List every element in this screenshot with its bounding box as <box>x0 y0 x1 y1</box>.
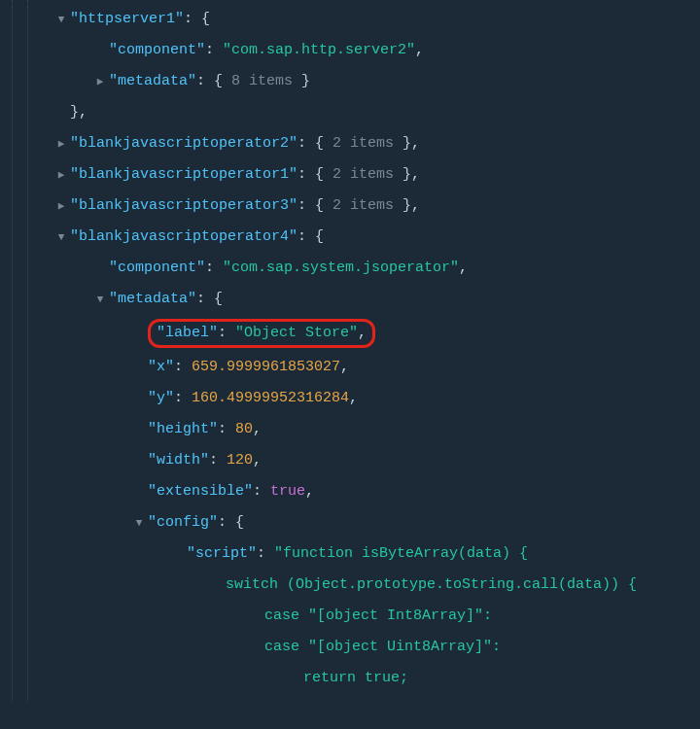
json-punctuation: , <box>358 325 367 341</box>
json-row: }, <box>8 97 700 128</box>
json-row: case "[object Int8Array]": <box>8 601 700 632</box>
json-key: "width" <box>148 452 209 469</box>
json-punctuation: , <box>305 483 314 500</box>
row-content: case "[object Int8Array]": <box>264 608 492 624</box>
json-key: "component" <box>109 42 205 58</box>
json-punctuation: : { <box>196 291 223 307</box>
json-punctuation: , <box>340 359 349 375</box>
json-punctuation: : { <box>298 197 332 214</box>
json-row: "extensible": true, <box>8 476 700 507</box>
json-string-value: "com.sap.http.server2" <box>223 42 415 58</box>
row-content: "width": 120, <box>148 452 262 469</box>
expand-icon[interactable] <box>93 74 107 91</box>
json-row: "height": 80, <box>8 414 700 445</box>
json-punctuation: : <box>205 260 223 276</box>
json-row: "x": 659.9999961853027, <box>8 352 700 383</box>
row-content: }, <box>70 104 88 121</box>
json-row: return true; <box>8 663 700 694</box>
json-string-value: switch (Object.prototype.toString.call(d… <box>226 576 637 593</box>
json-row: "metadata": { 8 items } <box>8 66 700 97</box>
json-punctuation: : { <box>298 228 324 245</box>
json-punctuation: : <box>253 483 270 500</box>
json-string-value: "Object Store" <box>235 325 358 341</box>
json-punctuation: , <box>253 452 262 469</box>
row-content: "extensible": true, <box>148 483 314 500</box>
json-tree-viewer: "httpserver1": {"component": "com.sap.ht… <box>0 0 700 702</box>
json-row: "label": "Object Store", <box>8 315 700 352</box>
json-string-value: case "[object Int8Array]": <box>264 608 492 624</box>
json-punctuation: }, <box>394 197 420 214</box>
json-number-value: 659.9999961853027 <box>192 359 340 375</box>
row-content: "height": 80, <box>148 421 262 437</box>
json-row: "metadata": { <box>8 284 700 315</box>
json-punctuation: }, <box>394 166 420 183</box>
json-punctuation: }, <box>394 135 420 152</box>
json-collapsed-summary: 2 items <box>332 135 394 152</box>
json-punctuation: : { <box>298 166 332 183</box>
json-row: "config": { <box>8 507 700 538</box>
expand-icon[interactable] <box>54 136 68 154</box>
json-key: "config" <box>148 514 218 531</box>
json-number-value: 120 <box>227 452 253 469</box>
json-string-value: return true; <box>303 670 408 686</box>
json-key: "blankjavascriptoperator3" <box>70 197 298 214</box>
row-content: "x": 659.9999961853027, <box>148 359 349 375</box>
json-punctuation: , <box>253 421 262 437</box>
json-punctuation: , <box>459 260 468 276</box>
json-row: "blankjavascriptoperator1": { 2 items }, <box>8 159 700 191</box>
json-punctuation: : <box>174 359 192 375</box>
json-punctuation: , <box>415 42 424 58</box>
json-punctuation: : <box>218 421 235 437</box>
json-punctuation: , <box>349 390 358 406</box>
json-row: case "[object Uint8Array]": <box>8 632 700 663</box>
json-row: "blankjavascriptoperator3": { 2 items }, <box>8 191 700 222</box>
json-punctuation: : { <box>298 135 332 152</box>
json-collapsed-summary: 2 items <box>332 166 394 183</box>
json-punctuation: : <box>174 390 192 406</box>
json-row: "httpserver1": { <box>8 4 700 35</box>
row-content: "httpserver1": { <box>70 11 210 27</box>
json-key: "y" <box>148 390 174 406</box>
json-key: "blankjavascriptoperator2" <box>70 135 298 152</box>
json-key: "extensible" <box>148 483 253 500</box>
json-row: "blankjavascriptoperator4": { <box>8 222 700 253</box>
row-content: "blankjavascriptoperator3": { 2 items }, <box>70 197 420 214</box>
json-punctuation: : <box>209 452 227 469</box>
json-number-value: 80 <box>235 421 253 437</box>
row-content: "y": 160.49999952316284, <box>148 390 358 406</box>
expand-icon[interactable] <box>54 167 68 185</box>
json-string-value: "function isByteArray(data) { <box>274 545 528 562</box>
json-string-value: "com.sap.system.jsoperator" <box>223 260 459 276</box>
json-punctuation: : <box>218 325 235 341</box>
collapse-icon[interactable] <box>132 515 146 533</box>
json-row: switch (Object.prototype.toString.call(d… <box>8 570 700 601</box>
json-punctuation: : { <box>196 73 231 89</box>
json-key: "x" <box>148 359 174 375</box>
collapse-icon[interactable] <box>54 229 68 247</box>
row-content: return true; <box>303 670 408 686</box>
json-row: "component": "com.sap.system.jsoperator"… <box>8 253 700 284</box>
row-content: "metadata": { 8 items } <box>109 73 310 89</box>
row-content: "blankjavascriptoperator4": { <box>70 228 324 245</box>
json-row: "y": 160.49999952316284, <box>8 383 700 414</box>
json-key: "metadata" <box>109 73 196 89</box>
json-punctuation: : <box>257 545 274 562</box>
collapse-icon[interactable] <box>93 292 107 309</box>
expand-icon[interactable] <box>54 198 68 216</box>
collapse-icon[interactable] <box>54 12 68 29</box>
row-content: switch (Object.prototype.toString.call(d… <box>226 576 637 593</box>
row-content: "component": "com.sap.system.jsoperator"… <box>109 260 468 276</box>
json-key: "httpserver1" <box>70 11 184 27</box>
row-content: "metadata": { <box>109 291 223 307</box>
json-punctuation: : { <box>184 11 210 27</box>
row-content: case "[object Uint8Array]": <box>264 639 501 655</box>
json-key: "metadata" <box>109 291 196 307</box>
json-row: "width": 120, <box>8 445 700 476</box>
json-number-value: 160.49999952316284 <box>192 390 349 406</box>
json-key: "height" <box>148 421 218 437</box>
json-punctuation: : { <box>218 514 244 531</box>
row-content: "component": "com.sap.http.server2", <box>109 42 424 58</box>
row-content: "blankjavascriptoperator2": { 2 items }, <box>70 135 420 152</box>
json-punctuation: } <box>293 73 310 89</box>
json-string-value: case "[object Uint8Array]": <box>264 639 501 655</box>
